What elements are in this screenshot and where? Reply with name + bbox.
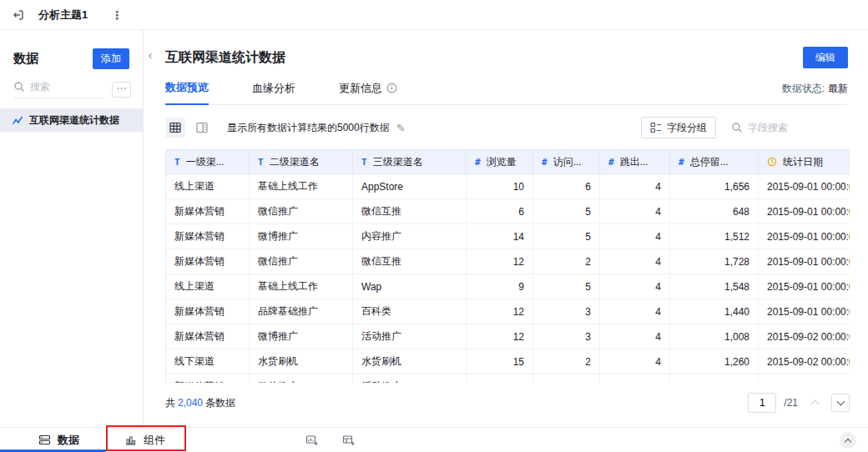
tab-lineage-analysis[interactable]: 血缘分析 — [252, 80, 295, 104]
add-chart-component-icon[interactable] — [305, 434, 319, 447]
status-value: 最新 — [828, 83, 848, 94]
tab-update-info[interactable]: 更新信息 — [339, 80, 397, 104]
column-label: 总停留... — [690, 155, 729, 169]
previous-page-button[interactable] — [805, 394, 824, 412]
tab-label: 更新信息 — [339, 81, 382, 96]
field-group-button[interactable]: 字段分组 — [641, 117, 716, 138]
column-header-1[interactable]: T一级渠... — [166, 150, 250, 173]
number-type-icon: # — [475, 157, 481, 168]
table-cell: 2015-09-02 00:00:00 — [759, 374, 850, 383]
tabs-row: 数据预览 血缘分析 更新信息 数据状态:最新 — [165, 80, 848, 105]
table-cell: 4 — [600, 299, 670, 324]
table-cell: 1,512 — [670, 224, 759, 249]
table-cell: 新媒体营销 — [166, 249, 250, 274]
table-cell: 4 — [600, 349, 670, 374]
date-type-icon — [767, 157, 777, 167]
table-cell: 新媒体营销 — [166, 199, 250, 223]
table-cell: 6 — [467, 199, 533, 223]
table-cell: 1,656 — [670, 174, 759, 198]
collapse-sidebar-button[interactable]: ‹ — [144, 47, 156, 63]
table-cell: Wap — [353, 274, 467, 299]
table-cell: 648 — [670, 199, 759, 223]
table-cell: 1,440 — [670, 299, 759, 324]
sidebar-search-input[interactable] — [30, 81, 88, 93]
grid-view-icon[interactable] — [165, 118, 185, 138]
info-icon[interactable] — [386, 83, 397, 93]
text-type-icon: T — [361, 157, 367, 168]
line-chart-icon — [12, 114, 23, 126]
table-row: 线上渠道基础上线工作Wap9541,5482015-09-01 00:00:00 — [166, 274, 850, 299]
collapse-bottom-panel-button[interactable] — [840, 432, 856, 449]
number-type-icon: # — [542, 157, 548, 168]
analysis-theme-title: 分析主题1 — [38, 8, 88, 23]
table-cell: 5 — [533, 274, 600, 299]
main-panel: 互联网渠道统计数据 编辑 数据预览 血缘分析 更新信息 — [144, 30, 868, 427]
table-cell: 微信互推 — [353, 249, 467, 274]
column-header-5[interactable]: #访问... — [533, 150, 600, 173]
table-cell: 4 — [600, 174, 670, 198]
table-cell: AppStore — [353, 174, 467, 198]
edit-button[interactable]: 编辑 — [803, 47, 848, 68]
table-cell: 内容推广 — [353, 224, 467, 249]
bottom-tab-component[interactable]: 组件 — [124, 433, 165, 448]
tab-label: 数据预览 — [165, 80, 209, 95]
table-header-row: T一级渠...T二级渠道名T三级渠道名#浏览量#访问...#跳出...#总停留.… — [166, 149, 850, 174]
column-header-3[interactable]: T三级渠道名 — [353, 150, 467, 173]
panel-view-icon[interactable] — [192, 118, 212, 138]
column-header-8[interactable]: 统计日期 — [759, 150, 850, 173]
table-cell: 基础上线工作 — [250, 274, 353, 299]
edit-pencil-icon[interactable]: ✎ — [396, 122, 406, 134]
table-cell: 12 — [467, 249, 533, 274]
table-cell: 5 — [533, 224, 600, 249]
column-label: 浏览量 — [487, 155, 517, 169]
total-suffix: 条数据 — [205, 397, 235, 409]
column-header-2[interactable]: T二级渠道名 — [250, 150, 353, 173]
add-table-component-icon[interactable] — [342, 434, 356, 447]
table-cell: 活动推广 — [353, 324, 467, 349]
table-cell: 2 — [533, 349, 600, 374]
table-cell: 4 — [600, 249, 670, 274]
table-cell: 微信推广 — [250, 249, 353, 274]
table-cell: 线下渠道 — [166, 349, 250, 374]
field-search-input[interactable] — [748, 122, 848, 133]
table-cell: 2015-09-01 00:00:00 — [759, 249, 850, 274]
number-type-icon: # — [679, 157, 684, 168]
column-label: 统计日期 — [783, 155, 823, 169]
exit-analysis-icon[interactable] — [12, 8, 25, 22]
table-cell: 2 — [533, 249, 600, 274]
column-label: 跳出... — [620, 155, 648, 169]
table-cell: 微信互推 — [353, 199, 467, 223]
sidebar-search-box — [13, 81, 105, 98]
total-prefix: 共 — [165, 397, 175, 409]
column-header-7[interactable]: #总停留... — [670, 150, 759, 173]
table-cell: 新媒体营销 — [166, 224, 250, 249]
table-cell: 1,260 — [670, 349, 759, 374]
table-cell: 品牌基础推广 — [250, 299, 353, 324]
database-icon — [38, 434, 51, 446]
top-bar: 分析主题1 ⋮ — [0, 0, 868, 30]
table-cell: 1,548 — [670, 274, 759, 299]
table-cell: 2015-09-01 00:00:00 — [759, 224, 850, 249]
pagination: /21 — [748, 393, 850, 413]
column-header-6[interactable]: #跳出... — [600, 150, 670, 173]
column-header-4[interactable]: #浏览量 — [467, 150, 533, 173]
number-type-icon: # — [608, 157, 614, 168]
next-page-button[interactable] — [831, 394, 850, 412]
page-number-input[interactable] — [748, 393, 776, 413]
sidebar-item-dataset[interactable]: 互联网渠道统计数据 — [0, 108, 143, 132]
sidebar-item-label: 互联网渠道统计数据 — [29, 113, 119, 128]
table-cell: 百科类 — [353, 299, 467, 324]
table-body: 线上渠道基础上线工作AppStore10641,6562015-09-01 00… — [166, 174, 850, 383]
data-sidebar: 数据 添加 ⋯ 互联网渠道统计数据 — [0, 30, 144, 427]
table-cell: 微信推广 — [250, 199, 353, 223]
search-icon — [13, 81, 25, 93]
add-data-button[interactable]: 添加 — [93, 48, 129, 69]
bottom-tab-data[interactable]: 数据 — [38, 433, 79, 448]
more-menu-icon[interactable]: ⋮ — [111, 8, 123, 22]
more-options-icon[interactable]: ⋯ — [112, 82, 131, 98]
table-cell: 线上渠道 — [166, 274, 250, 299]
sidebar-heading: 数据 — [13, 51, 38, 67]
table-cell: 新媒体营销 — [166, 299, 250, 324]
tab-data-preview[interactable]: 数据预览 — [165, 80, 209, 105]
table-cell: 15 — [467, 349, 533, 374]
